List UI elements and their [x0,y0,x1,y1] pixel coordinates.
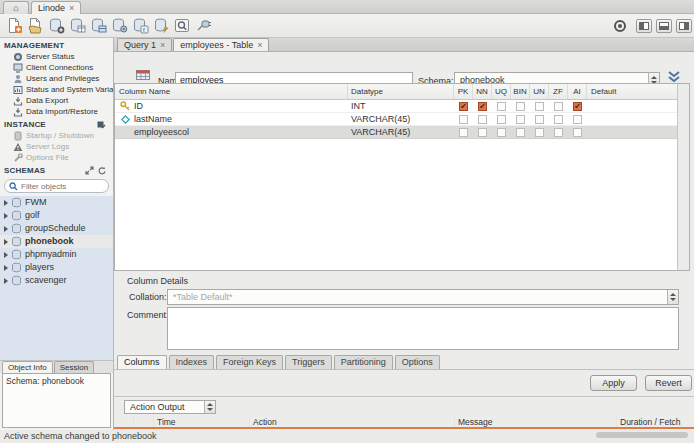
tab-object-info[interactable]: Object Info [2,361,53,373]
close-icon[interactable]: × [160,41,165,50]
expander-icon[interactable] [4,213,8,219]
bin-checkbox[interactable] [516,128,525,137]
schema-filter-input[interactable] [21,182,101,191]
tab-columns[interactable]: Columns [117,355,167,369]
header-pk[interactable]: PK [454,84,473,99]
create-function-icon[interactable]: f [130,16,151,36]
apply-button[interactable]: Apply [590,375,637,391]
ai-checkbox[interactable]: ✔ [573,102,582,111]
revert-button[interactable]: Revert [645,375,692,391]
header-datatype[interactable]: Datatype [348,84,454,99]
sidebar-item-status-system-variables[interactable]: Status and System Variables [0,84,113,95]
sidebar-item-client-connections[interactable]: Client Connections [0,62,113,73]
schema-item-groupschedule[interactable]: groupSchedule [0,222,113,235]
un-checkbox[interactable] [535,115,544,124]
nn-checkbox[interactable] [478,128,487,137]
create-procedure-icon[interactable] [109,16,130,36]
close-icon[interactable]: × [257,41,262,50]
pk-checkbox[interactable] [459,128,468,137]
toggle-sidebar-button[interactable] [636,19,652,33]
new-query-icon[interactable] [4,16,25,36]
output-selector[interactable]: Action Output [124,400,216,414]
header-default[interactable]: Default [587,84,677,99]
expand-all-icon[interactable] [85,166,94,175]
ai-checkbox[interactable] [573,115,582,124]
create-trigger-icon[interactable] [151,16,172,36]
sidebar-item-server-logs[interactable]: Server Logs [0,141,113,152]
sidebar-item-data-import[interactable]: Data Import/Restore [0,106,113,117]
reconnect-icon[interactable] [193,16,214,36]
expander-icon[interactable] [4,278,8,284]
zf-checkbox[interactable] [554,128,563,137]
sidebar-item-users-privileges[interactable]: Users and Privileges [0,73,113,84]
header-bin[interactable]: BIN [511,84,530,99]
header-zf[interactable]: ZF [549,84,568,99]
pk-checkbox[interactable] [459,115,468,124]
header-time[interactable]: Time [154,416,250,427]
schema-item-phpmyadmin[interactable]: phpmyadmin [0,248,113,261]
uq-checkbox[interactable] [497,128,506,137]
open-script-icon[interactable] [25,16,46,36]
un-checkbox[interactable] [535,128,544,137]
collation-select[interactable]: *Table Default* [167,289,679,305]
sidebar-item-server-status[interactable]: Server Status [0,51,113,62]
zf-checkbox[interactable] [554,102,563,111]
chevron-expand-icon[interactable] [666,70,684,84]
header-nn[interactable]: NN [473,84,492,99]
ai-checkbox[interactable] [573,128,582,137]
header-un[interactable]: UN [530,84,549,99]
horizontal-scrollbar[interactable] [596,432,688,438]
table-row[interactable]: employeescol VARCHAR(45) [115,126,677,139]
search-icon[interactable] [172,16,193,36]
tab-options[interactable]: Options [395,355,440,369]
comment-textarea[interactable] [167,307,679,350]
home-tab[interactable]: ⌂ [3,1,29,14]
tab-session[interactable]: Session [54,361,94,373]
expander-icon[interactable] [4,239,8,245]
schema-item-scavenger[interactable]: scavenger [0,274,113,287]
tab-triggers[interactable]: Triggers [285,355,332,369]
tab-partitioning[interactable]: Partitioning [334,355,393,369]
header-ai[interactable]: AI [568,84,587,99]
table-row[interactable]: ID INT ✔ ✔ ✔ [115,100,677,113]
expander-icon[interactable] [4,226,8,232]
create-view-icon[interactable] [88,16,109,36]
tab-foreign-keys[interactable]: Foreign Keys [216,355,283,369]
schema-item-phonebook[interactable]: phonebook [0,235,113,248]
grid-scrollbar[interactable] [677,84,689,270]
uq-checkbox[interactable] [497,102,506,111]
connection-tab[interactable]: Linode × [31,1,81,14]
stepper-icon[interactable] [667,290,678,304]
header-column-name[interactable]: Column Name [115,84,348,99]
sidebar-item-startup-shutdown[interactable]: Startup / Shutdown [0,130,113,141]
schema-item-players[interactable]: players [0,261,113,274]
bin-checkbox[interactable] [516,102,525,111]
header-uq[interactable]: UQ [492,84,511,99]
schema-item-golf[interactable]: golf [0,209,113,222]
tab-employees-table[interactable]: employees - Table × [173,38,269,51]
sidebar-item-data-export[interactable]: Data Export [0,95,113,106]
stepper-icon[interactable] [204,401,215,413]
create-table-icon[interactable] [67,16,88,36]
tab-indexes[interactable]: Indexes [169,355,215,369]
header-duration[interactable]: Duration / Fetch [617,416,694,427]
refresh-icon[interactable] [97,166,106,175]
nn-checkbox[interactable] [478,115,487,124]
nn-checkbox[interactable]: ✔ [478,102,487,111]
expander-icon[interactable] [4,200,8,206]
close-icon[interactable]: × [69,4,74,13]
toggle-secondary-sidebar-button[interactable] [676,19,692,33]
header-action[interactable]: Action [250,416,455,427]
table-row[interactable]: lastName VARCHAR(45) [115,113,677,126]
un-checkbox[interactable] [535,102,544,111]
bin-checkbox[interactable] [516,115,525,124]
tab-query-1[interactable]: Query 1 × [117,38,172,51]
zf-checkbox[interactable] [554,115,563,124]
uq-checkbox[interactable] [497,115,506,124]
sidebar-item-options-file[interactable]: Options File [0,152,113,163]
header-message[interactable]: Message [455,416,617,427]
toggle-output-button[interactable] [656,19,672,33]
create-schema-icon[interactable] [46,16,67,36]
schema-item-fwm[interactable]: FWM [0,196,113,209]
pk-checkbox[interactable]: ✔ [459,102,468,111]
